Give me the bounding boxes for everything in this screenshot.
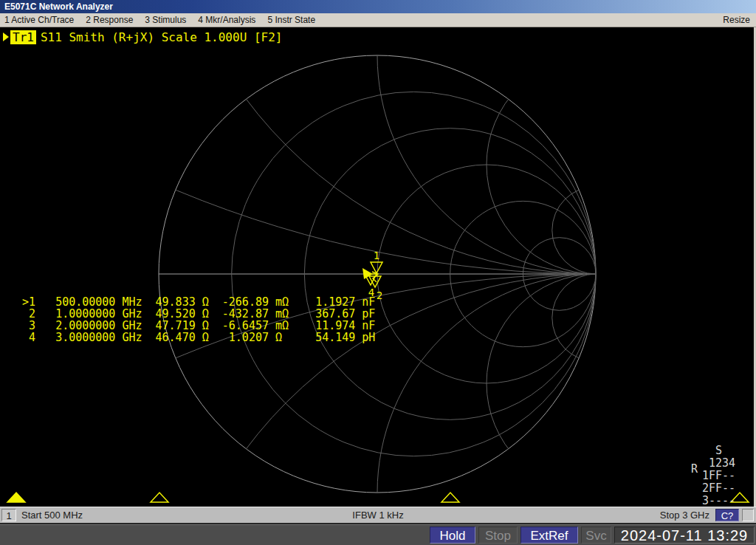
marker-cell: -6.6457 — [222, 320, 269, 332]
marker-cluster: 1 4 2 — [362, 250, 382, 301]
marker-cell: 4 — [22, 332, 35, 343]
port-status-line: 1234 — [702, 457, 742, 470]
stimulus-marker-icon — [441, 493, 459, 502]
menu-item-resize[interactable]: Resize — [723, 13, 756, 27]
marker-row: >1500.00000MHz49.833Ω-266.89mΩ1.1927nF — [22, 296, 375, 308]
marker-cell: mΩ — [275, 308, 289, 320]
marker-cell: nF — [362, 320, 375, 332]
marker-cell: pF — [362, 308, 375, 320]
marker2-label: 2 — [377, 289, 382, 301]
marker-cell: mΩ — [275, 296, 289, 308]
marker-cell: -432.87 — [222, 308, 269, 320]
marker-cell: 1.1927 — [315, 296, 355, 308]
display-area: 1 4 2 Tr1 S11 Smith (R+jX) Scale 1.000U … — [0, 27, 756, 507]
status-bar: 1 Start 500 MHz IFBW 1 kHz Stop 3 GHz C? — [0, 507, 756, 523]
smith-chart: 1 4 2 — [0, 27, 754, 507]
marker-cell: GHz — [122, 320, 142, 332]
trace-detail: S11 Smith (R+jX) Scale 1.000U [F2] — [41, 30, 283, 44]
window-titlebar: E5071C Network Analyzer — [0, 0, 756, 13]
marker1-label: 1 — [374, 250, 379, 261]
window-title: E5071C Network Analyzer — [4, 1, 113, 12]
trace-name-badge[interactable]: Tr1 — [10, 30, 36, 44]
marker-cell: GHz — [122, 332, 142, 343]
smith-reactance-arc — [377, 27, 754, 274]
marker-row: 43.0000000GHz46.470Ω1.0207Ω54.149pH — [22, 332, 375, 343]
marker-cell: 1.0000000 — [55, 308, 115, 320]
menu-item-5[interactable]: 5 Instr State — [267, 13, 315, 27]
menu-item-3[interactable]: 3 Stimulus — [145, 13, 186, 27]
smith-reactance-group — [0, 27, 754, 507]
marker-cell: 500.00000 — [55, 296, 115, 308]
marker-cell: 46.470 — [156, 332, 196, 343]
instrument-screen: E5071C Network Analyzer 1 Active Ch/Trac… — [0, 0, 756, 545]
smith-reactance-arc — [0, 27, 754, 274]
marker-cell: Ω — [202, 320, 209, 332]
stimulus-marker-filled-icon — [7, 493, 25, 502]
receiver-label: R — [691, 463, 698, 476]
svc-status-badge: Svc — [581, 527, 611, 544]
smith-reactance-arc — [487, 274, 705, 493]
smith-reactance-arc — [487, 55, 705, 274]
marker-cell: mΩ — [275, 320, 289, 332]
marker-cell: Ω — [202, 308, 209, 320]
smith-reactance-arc — [159, 27, 754, 274]
marker-row: 32.0000000GHz47.719Ω-6.6457mΩ11.974nF — [22, 320, 375, 332]
marker-cell: 1.0207 — [222, 332, 269, 343]
port-status-line: 2FF-- — [702, 482, 742, 495]
smith-reactance-arc — [552, 187, 639, 274]
marker-cell: 54.149 — [315, 332, 355, 343]
menu-item-2[interactable]: 2 Response — [86, 13, 133, 27]
stop-status-badge: Stop — [478, 527, 518, 544]
marker-cell: MHz — [122, 296, 142, 308]
marker-readout-table: >1500.00000MHz49.833Ω-266.89mΩ1.1927nF 2… — [22, 296, 375, 343]
smith-grid — [0, 27, 754, 507]
port-status-line: 3---- — [702, 495, 742, 507]
active-trace-arrow-icon — [3, 32, 9, 41]
marker-cell: 3 — [22, 320, 35, 332]
ifbw-label: IFBW 1 kHz — [0, 510, 756, 521]
marker-row: 21.0000000GHz49.520Ω-432.87mΩ367.67pF — [22, 308, 375, 320]
marker-cell: 49.833 — [156, 296, 196, 308]
smith-reactance-arc — [552, 274, 639, 361]
hold-status-badge: Hold — [430, 527, 475, 544]
marker-cell: Ω — [275, 332, 289, 343]
marker-cell: 367.67 — [315, 308, 355, 320]
marker-cell: nF — [362, 296, 375, 308]
menu-item-4[interactable]: 4 Mkr/Analysis — [198, 13, 255, 27]
marker-cell: 11.974 — [315, 320, 355, 332]
marker-cell: 3.0000000 — [55, 332, 115, 343]
datetime-display: 2024-07-11 13:29 — [614, 527, 755, 544]
port-status-line: 1FF-- — [702, 470, 742, 482]
stimulus-markers — [7, 493, 749, 502]
marker-cell: 47.719 — [156, 320, 196, 332]
marker-cell: 2 — [22, 308, 35, 320]
marker-cell: -266.89 — [222, 296, 269, 308]
menu-items: 1 Active Ch/Trace2 Response3 Stimulus4 M… — [0, 13, 315, 27]
trace-header: Tr1 S11 Smith (R+jX) Scale 1.000U [F2] — [3, 30, 282, 44]
marker-cell: Ω — [202, 332, 209, 343]
marker-cell: 2.0000000 — [55, 320, 115, 332]
port-status-line: S — [702, 445, 742, 457]
menu-bar: 1 Active Ch/Trace2 Response3 Stimulus4 M… — [0, 13, 756, 27]
marker-cell: Ω — [202, 296, 209, 308]
instrument-status-bar: Hold Stop ExtRef Svc 2024-07-11 13:29 — [0, 523, 756, 545]
marker-cell: >1 — [22, 296, 35, 308]
marker-cell: 49.520 — [156, 308, 196, 320]
marker-cell: GHz — [122, 308, 142, 320]
stimulus-marker-icon — [151, 493, 168, 502]
extref-status-badge: ExtRef — [520, 527, 578, 544]
menu-item-1[interactable]: 1 Active Ch/Trace — [4, 13, 74, 27]
marker-cell: pH — [362, 332, 375, 343]
